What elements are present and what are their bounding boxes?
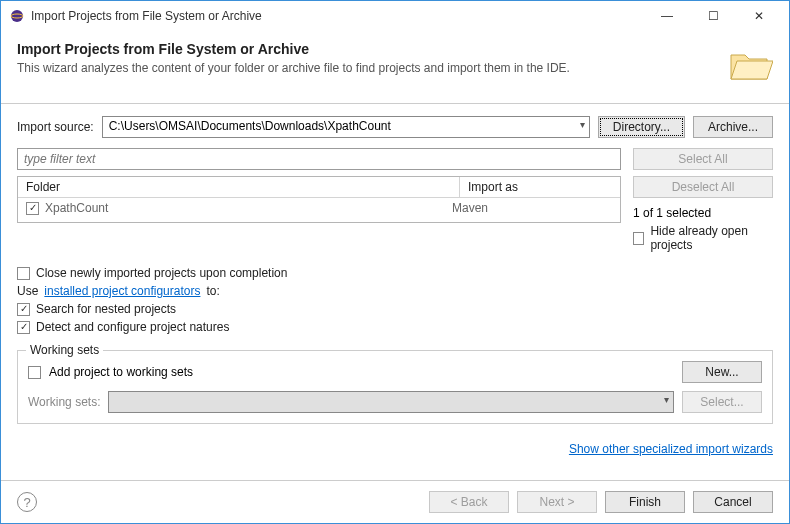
detect-natures-checkbox[interactable] [17, 321, 30, 334]
help-icon[interactable]: ? [17, 492, 37, 512]
add-working-set-checkbox[interactable] [28, 366, 41, 379]
selection-status: 1 of 1 selected [633, 206, 773, 220]
import-source-label: Import source: [17, 120, 94, 134]
working-sets-combo: ▾ [108, 391, 674, 413]
next-button: Next > [517, 491, 597, 513]
select-working-set-button: Select... [682, 391, 762, 413]
directory-button[interactable]: Directory... [598, 116, 685, 138]
chevron-down-icon: ▾ [580, 119, 585, 130]
projects-table: Folder Import as XpathCount Maven [17, 176, 621, 223]
close-on-complete-checkbox[interactable] [17, 267, 30, 280]
minimize-button[interactable]: — [645, 2, 689, 30]
cancel-button[interactable]: Cancel [693, 491, 773, 513]
maximize-button[interactable]: ☐ [691, 2, 735, 30]
search-nested-label: Search for nested projects [36, 302, 176, 316]
search-nested-checkbox[interactable] [17, 303, 30, 316]
finish-button[interactable]: Finish [605, 491, 685, 513]
deselect-all-button[interactable]: Deselect All [633, 176, 773, 198]
filter-input[interactable] [17, 148, 621, 170]
hide-open-checkbox[interactable] [633, 232, 644, 245]
close-button[interactable]: ✕ [737, 2, 781, 30]
row-checkbox[interactable] [26, 202, 39, 215]
add-working-set-label: Add project to working sets [49, 365, 193, 379]
col-folder[interactable]: Folder [18, 177, 460, 197]
hide-open-label: Hide already open projects [650, 224, 773, 252]
titlebar: Import Projects from File System or Arch… [1, 1, 789, 31]
detect-natures-label: Detect and configure project natures [36, 320, 229, 334]
wizard-footer: ? < Back Next > Finish Cancel [1, 480, 789, 523]
eclipse-icon [9, 8, 25, 24]
new-working-set-button[interactable]: New... [682, 361, 762, 383]
page-title: Import Projects from File System or Arch… [17, 41, 725, 57]
working-sets-legend: Working sets [26, 343, 103, 357]
import-source-combo[interactable]: C:\Users\OMSAI\Documents\Downloads\Xpath… [102, 116, 590, 138]
window-title: Import Projects from File System or Arch… [31, 9, 645, 23]
back-button: < Back [429, 491, 509, 513]
archive-button[interactable]: Archive... [693, 116, 773, 138]
col-import-as[interactable]: Import as [460, 177, 620, 197]
row-import-as: Maven [452, 201, 612, 215]
folder-icon [725, 41, 773, 89]
configurators-text: Use installed project configurators to: [17, 284, 773, 298]
configurators-link[interactable]: installed project configurators [44, 284, 200, 298]
select-all-button[interactable]: Select All [633, 148, 773, 170]
svg-point-0 [11, 10, 23, 22]
working-sets-group: Working sets Add project to working sets… [17, 350, 773, 424]
page-description: This wizard analyzes the content of your… [17, 61, 725, 75]
close-on-complete-label: Close newly imported projects upon compl… [36, 266, 287, 280]
table-row[interactable]: XpathCount Maven [18, 198, 620, 218]
chevron-down-icon: ▾ [664, 394, 669, 405]
row-folder: XpathCount [45, 201, 108, 215]
working-sets-label: Working sets: [28, 395, 100, 409]
wizard-header: Import Projects from File System or Arch… [1, 31, 789, 104]
specialized-wizards-link[interactable]: Show other specialized import wizards [569, 442, 773, 456]
